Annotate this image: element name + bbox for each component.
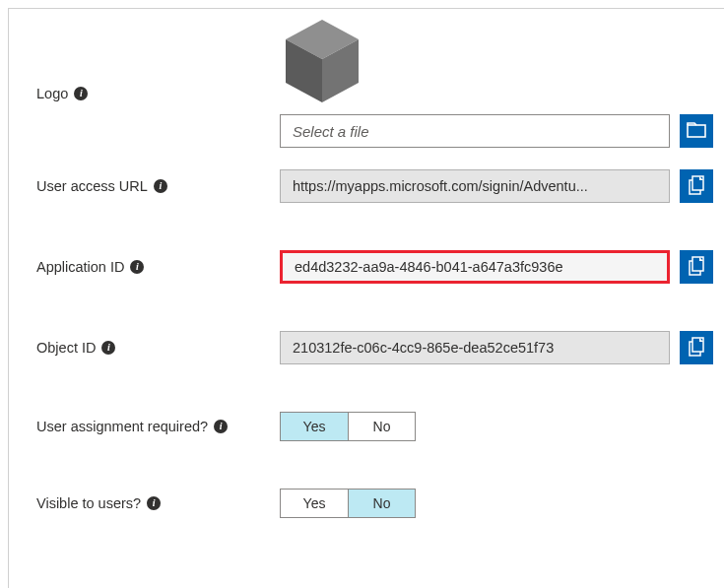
logo-value-col: Select a file [280,27,713,148]
visible-to-users-no[interactable]: No [348,490,415,517]
application-id-value-col: ed4d3232-aa9a-4846-b041-a647a3fc936e [280,250,713,284]
user-assignment-required-label-col: User assignment required? i [36,419,280,434]
copy-icon [688,256,705,279]
svg-rect-3 [688,125,705,137]
info-icon[interactable]: i [74,87,88,100]
file-select-placeholder: Select a file [293,123,369,140]
user-assignment-required-toggle: Yes No [280,412,416,441]
properties-form: Logo i Select a file [8,8,724,588]
logo-label: Logo [36,86,68,101]
user-assignment-required-row: User assignment required? i Yes No [36,412,713,441]
visible-to-users-label-col: Visible to users? i [36,495,280,511]
browse-file-button[interactable] [680,114,713,148]
application-id-field: ed4d3232-aa9a-4846-b041-a647a3fc936e [280,250,670,284]
object-id-row: Object ID i 210312fe-c06c-4cc9-865e-dea5… [36,331,713,364]
logo-row: Logo i Select a file [36,27,713,148]
logo-label-col: Logo i [36,27,280,101]
visible-to-users-yes[interactable]: Yes [281,490,348,517]
visible-to-users-row: Visible to users? i Yes No [36,489,713,518]
copy-object-id-button[interactable] [680,331,713,364]
copy-icon [688,175,705,198]
object-id-value-col: 210312fe-c06c-4cc9-865e-dea52ce51f73 [280,331,713,364]
object-id-label-col: Object ID i [36,340,280,356]
user-assignment-required-no[interactable]: No [348,413,415,440]
user-access-url-row: User access URL i https://myapps.microso… [36,169,713,203]
file-select-input[interactable]: Select a file [280,114,670,148]
user-access-url-label: User access URL [36,178,148,194]
application-id-row: Application ID i ed4d3232-aa9a-4846-b041… [36,250,713,284]
file-select-row: Select a file [280,114,713,148]
visible-to-users-label: Visible to users? [36,495,141,511]
object-id-label: Object ID [36,340,96,356]
folder-icon [687,122,706,141]
svg-rect-6 [692,338,703,352]
user-assignment-required-label: User assignment required? [36,419,208,434]
svg-rect-5 [692,257,703,271]
visible-to-users-value-col: Yes No [280,489,713,518]
info-icon[interactable]: i [130,260,144,274]
user-access-url-label-col: User access URL i [36,178,280,194]
user-access-url-field: https://myapps.microsoft.com/signin/Adve… [280,169,670,203]
user-assignment-required-yes[interactable]: Yes [281,413,348,440]
info-icon[interactable]: i [154,179,167,193]
application-id-label-col: Application ID i [36,259,280,275]
application-id-label: Application ID [36,259,124,275]
user-assignment-required-value-col: Yes No [280,412,713,441]
svg-rect-4 [692,176,703,190]
logo-preview [280,19,363,102]
info-icon[interactable]: i [214,420,228,433]
info-icon[interactable]: i [147,496,161,510]
info-icon[interactable]: i [101,341,115,355]
cube-icon [280,16,364,106]
copy-application-id-button[interactable] [680,250,713,284]
object-id-field: 210312fe-c06c-4cc9-865e-dea52ce51f73 [280,331,670,364]
copy-icon [688,337,705,359]
copy-user-access-url-button[interactable] [680,169,713,203]
user-access-url-value-col: https://myapps.microsoft.com/signin/Adve… [280,169,713,203]
visible-to-users-toggle: Yes No [280,489,416,518]
